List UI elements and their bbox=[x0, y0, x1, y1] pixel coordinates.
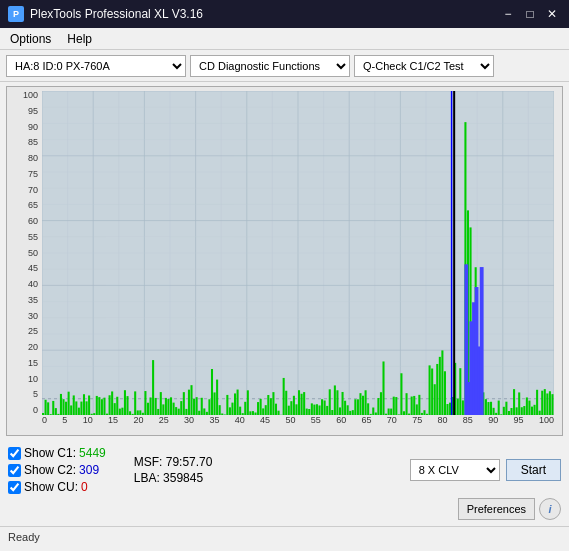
app-title: PlexTools Professional XL V3.16 bbox=[30, 7, 203, 21]
close-button[interactable]: ✕ bbox=[543, 5, 561, 23]
y-axis-label: 90 bbox=[7, 123, 41, 132]
chart-area: 1009590858075706560555045403530252015105… bbox=[6, 86, 563, 436]
info-button[interactable]: i bbox=[539, 498, 561, 520]
speed-select[interactable]: 8 X CLV 4 X CLV 2 X CLV 1 X CLV bbox=[410, 459, 500, 481]
x-axis-label: 95 bbox=[514, 415, 524, 425]
x-axis-label: 55 bbox=[311, 415, 321, 425]
x-axis-label: 65 bbox=[361, 415, 371, 425]
title-bar: P PlexTools Professional XL V3.16 − □ ✕ bbox=[0, 0, 569, 28]
x-axis-label: 25 bbox=[159, 415, 169, 425]
x-axis-label: 0 bbox=[42, 415, 47, 425]
y-axis-label: 10 bbox=[7, 375, 41, 384]
y-axis-label: 100 bbox=[7, 91, 41, 100]
x-axis-label: 5 bbox=[62, 415, 67, 425]
x-axis-label: 70 bbox=[387, 415, 397, 425]
lba-value: 359845 bbox=[163, 471, 203, 485]
maximize-button[interactable]: □ bbox=[521, 5, 539, 23]
x-axis-label: 40 bbox=[235, 415, 245, 425]
x-axis-label: 80 bbox=[438, 415, 448, 425]
status-text: Ready bbox=[8, 531, 40, 543]
x-axis-label: 15 bbox=[108, 415, 118, 425]
c1-value: 5449 bbox=[79, 446, 106, 460]
y-axis-label: 25 bbox=[7, 327, 41, 336]
x-axis-label: 30 bbox=[184, 415, 194, 425]
y-axis-label: 60 bbox=[7, 217, 41, 226]
y-axis-label: 30 bbox=[7, 312, 41, 321]
x-axis-label: 45 bbox=[260, 415, 270, 425]
x-axis-label: 60 bbox=[336, 415, 346, 425]
show-cu-label[interactable]: Show CU: 0 bbox=[8, 480, 106, 494]
x-axis-label: 50 bbox=[285, 415, 295, 425]
chart-inner bbox=[42, 91, 554, 415]
y-axis-label: 15 bbox=[7, 359, 41, 368]
menu-options[interactable]: Options bbox=[4, 30, 57, 47]
status-bar: Ready bbox=[0, 526, 569, 546]
app-icon: P bbox=[8, 6, 24, 22]
show-c1-checkbox[interactable] bbox=[8, 447, 21, 460]
start-button[interactable]: Start bbox=[506, 459, 561, 481]
msf-value: 79:57.70 bbox=[166, 455, 213, 469]
msf-label: MSF: bbox=[134, 455, 163, 469]
x-axis-label: 75 bbox=[412, 415, 422, 425]
test-select[interactable]: Q-Check C1/C2 Test bbox=[354, 55, 494, 77]
minimize-button[interactable]: − bbox=[499, 5, 517, 23]
y-axis: 1009590858075706560555045403530252015105… bbox=[7, 91, 41, 415]
x-axis-label: 85 bbox=[463, 415, 473, 425]
y-axis-label: 70 bbox=[7, 186, 41, 195]
x-axis-label: 100 bbox=[539, 415, 554, 425]
y-axis-label: 75 bbox=[7, 170, 41, 179]
y-axis-label: 35 bbox=[7, 296, 41, 305]
chart-canvas bbox=[42, 91, 554, 415]
y-axis-label: 55 bbox=[7, 233, 41, 242]
right-controls: 8 X CLV 4 X CLV 2 X CLV 1 X CLV Start bbox=[410, 459, 561, 481]
show-c1-label[interactable]: Show C1: 5449 bbox=[8, 446, 106, 460]
x-axis-label: 20 bbox=[133, 415, 143, 425]
lba-label: LBA: bbox=[134, 471, 160, 485]
show-cu-checkbox[interactable] bbox=[8, 481, 21, 494]
c2-value: 309 bbox=[79, 463, 99, 477]
y-axis-label: 0 bbox=[7, 406, 41, 415]
menu-help[interactable]: Help bbox=[61, 30, 98, 47]
y-axis-label: 5 bbox=[7, 390, 41, 399]
toolbar: HA:8 ID:0 PX-760A CD Diagnostic Function… bbox=[0, 50, 569, 82]
y-axis-label: 95 bbox=[7, 107, 41, 116]
x-axis: 0510152025303540455055606570758085909510… bbox=[42, 415, 554, 435]
y-axis-label: 50 bbox=[7, 249, 41, 258]
show-c2-label[interactable]: Show C2: 309 bbox=[8, 463, 106, 477]
y-axis-label: 45 bbox=[7, 264, 41, 273]
y-axis-label: 80 bbox=[7, 154, 41, 163]
menu-bar: Options Help bbox=[0, 28, 569, 50]
y-axis-label: 65 bbox=[7, 201, 41, 210]
bottom-panel: Show C1: 5449 Show C2: 309 Show CU: 0 MS… bbox=[0, 440, 569, 526]
x-axis-label: 35 bbox=[209, 415, 219, 425]
device-select[interactable]: HA:8 ID:0 PX-760A bbox=[6, 55, 186, 77]
function-select[interactable]: CD Diagnostic Functions bbox=[190, 55, 350, 77]
preferences-button[interactable]: Preferences bbox=[458, 498, 535, 520]
cu-value: 0 bbox=[81, 480, 88, 494]
show-c2-checkbox[interactable] bbox=[8, 464, 21, 477]
y-axis-label: 40 bbox=[7, 280, 41, 289]
x-axis-label: 90 bbox=[488, 415, 498, 425]
msf-lba-section: MSF: 79:57.70 LBA: 359845 bbox=[134, 455, 213, 485]
y-axis-label: 20 bbox=[7, 343, 41, 352]
x-axis-label: 10 bbox=[83, 415, 93, 425]
y-axis-label: 85 bbox=[7, 138, 41, 147]
